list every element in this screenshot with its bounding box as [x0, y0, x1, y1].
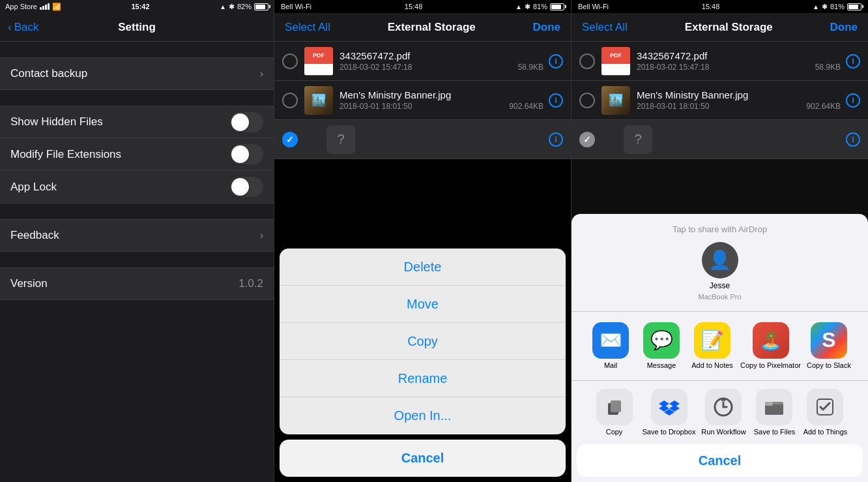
battery-label: 82% — [237, 3, 252, 10]
app-lock-label: App Lock — [10, 181, 57, 194]
copy-icon — [596, 389, 633, 425]
file-list: PDF 3432567472.pdf 2018-03-02 15:47:18 5… — [274, 42, 571, 159]
svg-rect-9 — [765, 404, 783, 415]
pixelmator-icon: 🏝️ — [753, 322, 789, 359]
select-all-button-share[interactable]: Select All — [582, 21, 628, 34]
file-info-pdf: 3432567472.pdf 2018-03-02 15:47:18 58.9K… — [340, 50, 543, 72]
action-delete[interactable]: Delete — [280, 249, 566, 286]
app-store-label: App Store — [5, 3, 37, 10]
action-rename[interactable]: Rename — [280, 360, 566, 397]
slack-label: Copy to Slack — [807, 361, 851, 370]
unknown-file-icon-3: ? — [624, 125, 652, 154]
file-checkbox-jpg-3[interactable] — [579, 93, 595, 108]
file-info-btn-pdf[interactable]: i — [549, 54, 563, 68]
status-bar-share: Bell Wi-Fi 15:48 ▲ ✱ 81% — [571, 0, 868, 13]
action-move[interactable]: Move — [280, 286, 566, 323]
action-open-in[interactable]: Open In... — [280, 397, 566, 434]
settings-panel: App Store 📶 15:42 ▲ ✱ 82% ‹ Back Se — [0, 0, 274, 482]
file-info-btn-jpg[interactable]: i — [549, 93, 563, 108]
share-action-dropbox[interactable]: Save to Dropbox — [643, 389, 696, 436]
share-app-pixelmator[interactable]: 🏝️ Copy to Pixelmator — [740, 322, 801, 370]
file-row-jpg-3[interactable]: 🏙️ Men's Ministry Banner.jpg 2018-03-01 … — [571, 81, 868, 120]
back-button[interactable]: ‹ Back — [8, 21, 38, 34]
file-row-jpg[interactable]: 🏙️ Men's Ministry Banner.jpg 2018-03-01 … — [274, 81, 571, 120]
file-info-btn-pdf-3[interactable]: i — [846, 54, 860, 68]
file-info-btn-unknown-3[interactable]: i — [846, 132, 860, 147]
bluetooth-icon: ✱ — [229, 3, 235, 11]
modify-file-extensions-row[interactable]: Modify File Extensions — [0, 138, 274, 171]
action-copy[interactable]: Copy — [280, 323, 566, 360]
file-meta-pdf-3: 2018-03-02 15:47:18 58.9KB — [637, 63, 841, 72]
done-button[interactable]: Done — [532, 21, 560, 34]
location-icon-2: ▲ — [515, 3, 522, 10]
settings-nav-bar: ‹ Back Setting — [0, 13, 274, 42]
status-bar-storage: Bell Wi-Fi 15:48 ▲ ✱ 81% — [274, 0, 571, 13]
show-hidden-files-toggle[interactable] — [230, 112, 263, 132]
share-cancel-button[interactable]: Cancel — [577, 444, 863, 477]
file-meta-jpg-3: 2018-03-01 18:01:50 902.64KB — [637, 102, 841, 111]
file-name-jpg: Men's Ministry Banner.jpg — [340, 89, 543, 100]
svg-rect-10 — [765, 402, 773, 406]
action-cancel[interactable]: Cancel — [280, 440, 566, 477]
share-app-slack[interactable]: S Copy to Slack — [806, 322, 852, 370]
settings-section-2: Show Hidden Files Modify File Extensions… — [0, 106, 274, 203]
file-checkbox-unknown-3[interactable] — [579, 132, 595, 147]
share-action-workflow[interactable]: Run Workflow — [701, 389, 746, 436]
file-checkbox-jpg[interactable] — [282, 93, 298, 108]
file-row-unknown[interactable]: ? i — [274, 120, 571, 159]
share-nav-bar: Select All External Storage Done — [571, 13, 868, 42]
time-share: 15:48 — [702, 3, 720, 10]
done-button-share[interactable]: Done — [830, 21, 858, 34]
mail-icon: ✉️ — [592, 322, 629, 359]
settings-section-1: Contact backup › — [0, 57, 274, 90]
contact-backup-label: Contact backup — [10, 67, 87, 80]
version-value: 1.0.2 — [239, 277, 263, 290]
battery-label-3: 81% — [830, 3, 845, 10]
modify-file-extensions-toggle[interactable] — [230, 144, 263, 164]
notes-label: Add to Notes — [691, 361, 733, 370]
storage-title: External Storage — [388, 21, 476, 34]
things-icon — [807, 389, 843, 425]
file-checkbox-pdf-3[interactable] — [579, 53, 595, 69]
file-info-pdf-3: 3432567472.pdf 2018-03-02 15:47:18 58.9K… — [637, 50, 841, 72]
bluetooth-icon-3: ✱ — [822, 3, 828, 11]
show-hidden-files-row[interactable]: Show Hidden Files — [0, 106, 274, 138]
share-action-things[interactable]: Add to Things — [802, 389, 848, 436]
file-name-jpg-3: Men's Ministry Banner.jpg — [637, 89, 841, 100]
location-icon-3: ▲ — [813, 3, 819, 10]
dropbox-icon — [651, 389, 687, 425]
feedback-chevron-icon: › — [260, 230, 263, 241]
file-row-unknown-3[interactable]: ? i — [571, 120, 868, 159]
file-checkbox-pdf[interactable] — [282, 53, 298, 69]
share-app-message[interactable]: 💬 Message — [639, 322, 684, 370]
share-app-mail[interactable]: ✉️ Mail — [588, 322, 633, 370]
contact-backup-row[interactable]: Contact backup › — [0, 57, 274, 90]
file-checkbox-unknown[interactable] — [282, 132, 298, 147]
app-lock-toggle[interactable] — [230, 177, 263, 197]
file-info-btn-unknown[interactable]: i — [549, 132, 563, 147]
file-thumb-jpg: 🏙️ — [304, 86, 333, 115]
file-list-share: PDF 3432567472.pdf 2018-03-02 15:47:18 5… — [571, 42, 868, 159]
file-row-pdf-3[interactable]: PDF 3432567472.pdf 2018-03-02 15:47:18 5… — [571, 42, 868, 81]
dropbox-label: Save to Dropbox — [643, 428, 696, 436]
slack-icon: S — [811, 322, 847, 359]
notes-icon: 📝 — [694, 322, 731, 359]
svg-rect-1 — [611, 400, 621, 412]
file-info-btn-jpg-3[interactable]: i — [846, 93, 860, 108]
feedback-row[interactable]: Feedback › — [0, 219, 274, 252]
share-divider-2 — [571, 380, 868, 381]
file-name-pdf-3: 3432567472.pdf — [637, 50, 841, 61]
share-action-copy[interactable]: Copy — [592, 389, 637, 436]
modify-file-extensions-label: Modify File Extensions — [10, 148, 121, 161]
file-thumb-pdf-3: PDF — [601, 47, 630, 76]
file-meta-jpg: 2018-03-01 18:01:50 902.64KB — [340, 102, 543, 111]
select-all-button[interactable]: Select All — [285, 21, 330, 34]
file-row-pdf[interactable]: PDF 3432567472.pdf 2018-03-02 15:47:18 5… — [274, 42, 571, 81]
battery-icon — [254, 3, 268, 10]
share-app-notes[interactable]: 📝 Add to Notes — [689, 322, 735, 370]
app-lock-row[interactable]: App Lock — [0, 171, 274, 203]
share-storage-title: External Storage — [685, 21, 773, 34]
battery-icon-2 — [550, 3, 564, 10]
airdrop-person[interactable]: 👤 Jesse MacBook Pro — [582, 242, 858, 301]
share-action-save-files[interactable]: Save to Files — [751, 389, 797, 436]
